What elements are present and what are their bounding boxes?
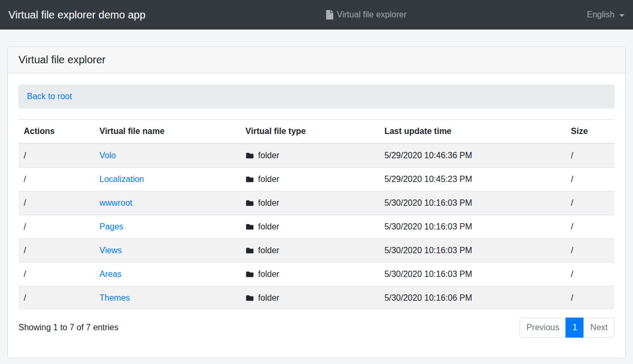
cell-size: / (565, 143, 615, 168)
card-header: Virtual file explorer (8, 47, 625, 73)
navbar: Virtual file explorer demo app Virtual f… (0, 0, 633, 30)
file-type-label: folder (258, 222, 279, 232)
cell-size: / (565, 191, 615, 215)
column-header-size: Size (565, 120, 615, 144)
table-info: Showing 1 to 7 of 7 entries (18, 323, 118, 332)
table-header-row: Actions Virtual file name Virtual file t… (18, 120, 615, 144)
updated-value: 5/29/2020 10:46:36 PM (385, 151, 472, 160)
cell-updated: 5/30/2020 10:16:03 PM (379, 215, 566, 239)
folder-icon (245, 294, 254, 302)
size-value: / (571, 151, 573, 160)
cell-name: wwwroot (94, 191, 241, 215)
column-header-type: Virtual file type (240, 120, 379, 144)
column-header-updated: Last update time (379, 120, 566, 144)
actions-value: / (24, 151, 26, 160)
updated-value: 5/29/2020 10:45:23 PM (385, 175, 472, 184)
actions-value: / (24, 270, 26, 279)
folder-icon (245, 271, 254, 278)
navbar-brand[interactable]: Virtual file explorer demo app (8, 9, 146, 21)
table-row: / Volo folder 5/29/2020 10:46:36 PM / (18, 143, 615, 168)
breadcrumb-bar: Back to root (18, 84, 615, 109)
file-type-label: folder (258, 245, 279, 256)
language-label: English (587, 10, 615, 20)
table-row: / Views folder 5/30/2020 10:16:03 PM / (18, 239, 615, 263)
column-header-name: Virtual file name (94, 120, 241, 144)
actions-value: / (24, 175, 26, 184)
pagination-next[interactable]: Next (583, 318, 615, 338)
cell-updated: 5/29/2020 10:46:36 PM (379, 143, 566, 168)
language-dropdown[interactable]: English (587, 10, 625, 20)
table-row: / Localization folder 5/29/2020 10:45:23… (18, 168, 615, 191)
updated-value: 5/30/2020 10:16:03 PM (385, 246, 472, 255)
cell-actions: / (18, 239, 94, 263)
pagination-page-1[interactable]: 1 (565, 318, 584, 338)
size-value: / (571, 246, 573, 255)
cell-name: Themes (94, 286, 241, 310)
file-name-link[interactable]: Themes (100, 293, 130, 302)
file-type-label: folder (258, 198, 279, 208)
cell-size: / (565, 263, 615, 286)
pagination-item: Next (584, 318, 615, 338)
card-body: Back to root Actions Virtual file name V… (8, 73, 625, 358)
size-value: / (571, 270, 573, 279)
back-to-root-link[interactable]: Back to root (27, 92, 72, 101)
cell-type: folder (240, 286, 379, 310)
cell-actions: / (18, 168, 94, 191)
file-name-link[interactable]: Views (100, 246, 122, 255)
cell-updated: 5/29/2020 10:45:23 PM (379, 168, 566, 191)
cell-actions: / (18, 286, 94, 310)
folder-icon (245, 247, 254, 254)
file-name-link[interactable]: Localization (100, 175, 145, 184)
cell-type: folder (240, 239, 379, 263)
file-type-label: folder (258, 269, 279, 280)
cell-size: / (565, 286, 615, 310)
caret-down-icon (619, 14, 625, 17)
file-name-link[interactable]: Areas (100, 270, 122, 279)
updated-value: 5/30/2020 10:16:03 PM (385, 222, 472, 231)
table-row: / wwwroot folder 5/30/2020 10:16:03 PM / (18, 191, 615, 215)
table-row: / Themes folder 5/30/2020 10:16:06 PM / (18, 286, 615, 310)
folder-icon (245, 199, 254, 207)
cell-type: folder (240, 191, 379, 215)
cell-name: Volo (94, 143, 241, 168)
updated-value: 5/30/2020 10:16:03 PM (385, 198, 472, 207)
size-value: / (571, 222, 573, 231)
file-explorer-card: Virtual file explorer Back to root Actio… (7, 46, 626, 358)
size-value: / (571, 293, 573, 302)
file-name-link[interactable]: wwwroot (100, 198, 132, 207)
cell-type: folder (240, 143, 379, 168)
file-table: Actions Virtual file name Virtual file t… (18, 119, 615, 310)
folder-icon (245, 223, 254, 231)
actions-value: / (24, 222, 26, 231)
file-name-link[interactable]: Volo (100, 151, 116, 160)
file-type-label: folder (258, 174, 279, 185)
cell-updated: 5/30/2020 10:16:03 PM (379, 263, 566, 286)
cell-updated: 5/30/2020 10:16:06 PM (379, 286, 566, 310)
table-body: / Volo folder 5/29/2020 10:46:36 PM / / … (18, 143, 615, 310)
pagination-item: 1 (566, 318, 584, 338)
folder-icon (245, 152, 254, 159)
navbar-center: Virtual file explorer (146, 10, 587, 20)
file-name-link[interactable]: Pages (100, 222, 123, 231)
cell-name: Pages (94, 215, 241, 239)
card-title: Virtual file explorer (18, 54, 106, 65)
file-icon (326, 10, 333, 20)
file-type-label: folder (258, 293, 279, 303)
cell-type: folder (240, 263, 379, 286)
pagination-previous[interactable]: Previous (520, 318, 566, 338)
pagination: Previous 1 Next (520, 318, 615, 338)
actions-value: / (24, 293, 26, 302)
nav-item-virtual-file-explorer[interactable]: Virtual file explorer (326, 10, 407, 20)
cell-type: folder (240, 215, 379, 239)
size-value: / (571, 198, 573, 207)
cell-actions: / (18, 191, 94, 215)
table-row: / Pages folder 5/30/2020 10:16:03 PM / (18, 215, 615, 239)
folder-icon (245, 176, 254, 183)
file-type-label: folder (258, 150, 279, 161)
updated-value: 5/30/2020 10:16:03 PM (385, 270, 472, 279)
nav-item-label: Virtual file explorer (337, 10, 407, 20)
table-row: / Areas folder 5/30/2020 10:16:03 PM / (18, 263, 615, 286)
cell-updated: 5/30/2020 10:16:03 PM (379, 191, 566, 215)
cell-updated: 5/30/2020 10:16:03 PM (379, 239, 566, 263)
cell-actions: / (18, 143, 94, 168)
